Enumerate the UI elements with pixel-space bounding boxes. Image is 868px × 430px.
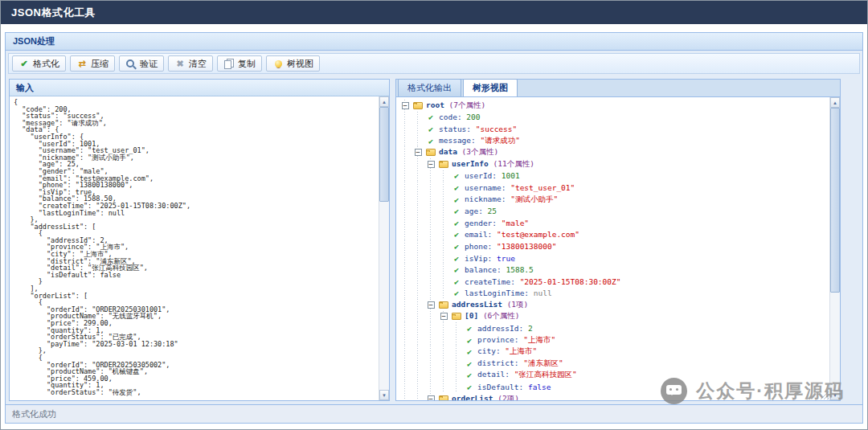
tree-node-label: code: 200 (439, 113, 481, 121)
clear-button[interactable]: 清空 (168, 55, 213, 72)
copy-button[interactable]: 复制 (217, 55, 262, 72)
validate-button[interactable]: 验证 (119, 55, 164, 72)
tree-node-label: nickname: "测试小助手" (465, 195, 558, 205)
tree-node[interactable]: ✔phone: "13800138000" (399, 240, 829, 252)
tree-scrollbar[interactable]: ▲ ▼ (829, 97, 840, 400)
tree-node[interactable]: ✔balance: 1588.5 (399, 264, 829, 276)
tree-expander[interactable]: − (411, 146, 424, 158)
scroll-down-icon[interactable]: ▼ (830, 390, 840, 400)
tree-node[interactable]: ✔district: "浦东新区" (399, 358, 829, 370)
tree-guide (437, 381, 450, 393)
tree-guide (411, 240, 424, 252)
tree-node-label: city: "上海市" (477, 346, 537, 357)
tab-tree-view[interactable]: 树形视图 (463, 79, 518, 96)
tree-guide (411, 264, 424, 276)
tree-node[interactable]: ✔addressId: 2 (399, 322, 829, 334)
tree-node-label: age: 25 (465, 207, 497, 215)
app-window: JSON格式化工具 JSON处理 格式化压缩验证清空复制树视图 输入 { "co… (0, 0, 868, 430)
tree-expander[interactable]: − (437, 311, 450, 323)
copy-button-label: 复制 (238, 58, 256, 70)
tree-node[interactable]: ✔status: "success" (399, 123, 829, 135)
folder-icon (450, 313, 463, 320)
tree-expander[interactable]: − (399, 100, 411, 112)
tree-node[interactable]: ✔nickname: "测试小助手" (399, 194, 829, 206)
input-scrollbar[interactable]: ▲ ▼ (379, 96, 389, 400)
tree-guide (437, 322, 450, 334)
tree-scroll-thumb[interactable] (830, 108, 840, 293)
check-icon: ✔ (450, 289, 463, 297)
tree-guide (411, 322, 424, 334)
tree-node[interactable]: ✔lastLoginTime: null (399, 288, 829, 300)
scroll-up-icon[interactable]: ▲ (830, 97, 840, 108)
tree-guide (424, 346, 437, 358)
tree-node[interactable]: ✔email: "test@example.com" (399, 229, 829, 241)
tree-connector (437, 288, 450, 300)
tree-node[interactable]: ✔city: "上海市" (399, 346, 829, 358)
tree-guide (399, 229, 411, 241)
tree-guide (437, 358, 450, 370)
treeview-icon (272, 59, 284, 69)
input-body: { "code": 200, "status": "success", "mes… (10, 96, 389, 400)
scroll-down-icon[interactable]: ▼ (379, 390, 389, 400)
collapse-icon[interactable]: − (415, 149, 422, 156)
compress-button[interactable]: 压缩 (70, 55, 115, 72)
tree-node[interactable]: ✔gender: "male" (399, 217, 829, 229)
tree-expander[interactable]: − (424, 299, 437, 311)
check-icon: ✔ (450, 171, 463, 180)
tree-node[interactable]: ✔code: 200 (399, 112, 829, 124)
collapse-icon[interactable]: − (402, 102, 409, 109)
tree-guide (411, 370, 424, 382)
tree-connector (450, 346, 463, 358)
tree-guide (411, 170, 424, 182)
tree-guide (424, 182, 437, 194)
tree-node[interactable]: −root (7个属性) (399, 100, 829, 112)
collapse-icon[interactable]: − (428, 395, 435, 400)
tree-guide (399, 334, 411, 346)
json-input-textarea[interactable]: { "code": 200, "status": "success", "mes… (10, 96, 379, 400)
tab-formatted-output[interactable]: 格式化输出 (398, 79, 461, 96)
tree-node[interactable]: ✔isDefault: false (399, 381, 829, 393)
scroll-up-icon[interactable]: ▲ (379, 96, 389, 107)
tree-expander[interactable]: − (424, 158, 437, 170)
validate-icon (125, 59, 137, 69)
tree-node[interactable]: ✔isVip: true (399, 252, 829, 264)
output-panel: 格式化输出树形视图 −root (7个属性)✔code: 200✔status:… (395, 79, 841, 401)
tree-node[interactable]: ✔age: 25 (399, 205, 829, 217)
tree-guide (424, 229, 437, 241)
tree-node[interactable]: ✔username: "test_user_01" (399, 182, 829, 194)
tree-guide (399, 393, 411, 400)
tree-node[interactable]: −addressList (1项) (399, 299, 829, 311)
tree-guide (411, 158, 424, 170)
tree-guide (411, 358, 424, 370)
treeview-button[interactable]: 树视图 (266, 55, 320, 72)
tree-node-label: createTime: "2025-01-15T08:30:00Z" (465, 277, 620, 286)
tree-node[interactable]: ✔province: "上海市" (399, 334, 829, 346)
folder-icon (411, 102, 424, 109)
folder-icon (437, 161, 450, 168)
output-tabstrip: 格式化输出树形视图 (395, 79, 841, 96)
tree-node[interactable]: −data (3个属性) (399, 146, 829, 158)
tree-guide (399, 288, 411, 300)
tree-node[interactable]: ✔createTime: "2025-01-15T08:30:00Z" (399, 276, 829, 288)
tree-node[interactable]: −orderList (2项) (399, 393, 829, 400)
tree-node-label: username: "test_user_01" (465, 183, 575, 192)
tree-node[interactable]: ✔message: "请求成功" (399, 135, 829, 147)
collapse-icon[interactable]: − (428, 301, 435, 309)
tree-expander[interactable]: − (424, 393, 437, 400)
tree-node[interactable]: ✔detail: "张江高科技园区" (399, 370, 829, 382)
tree-node[interactable]: ✔userId: 1001 (399, 170, 829, 182)
tree-guide (411, 381, 424, 393)
tree-guide (411, 311, 424, 323)
tree-node[interactable]: −[0] (6个属性) (399, 311, 829, 323)
tree-guide (399, 299, 411, 311)
tree-node[interactable]: −userInfo (11个属性) (399, 158, 829, 170)
input-scroll-thumb[interactable] (379, 107, 389, 202)
format-button[interactable]: 格式化 (12, 55, 66, 72)
check-icon: ✔ (450, 254, 463, 263)
check-icon: ✔ (463, 336, 476, 345)
collapse-icon[interactable]: − (440, 313, 448, 320)
tree-node-label: addressList (1项) (452, 300, 528, 310)
collapse-icon[interactable]: − (428, 161, 435, 168)
tree-guide (411, 194, 424, 206)
tree-guide (411, 217, 424, 229)
